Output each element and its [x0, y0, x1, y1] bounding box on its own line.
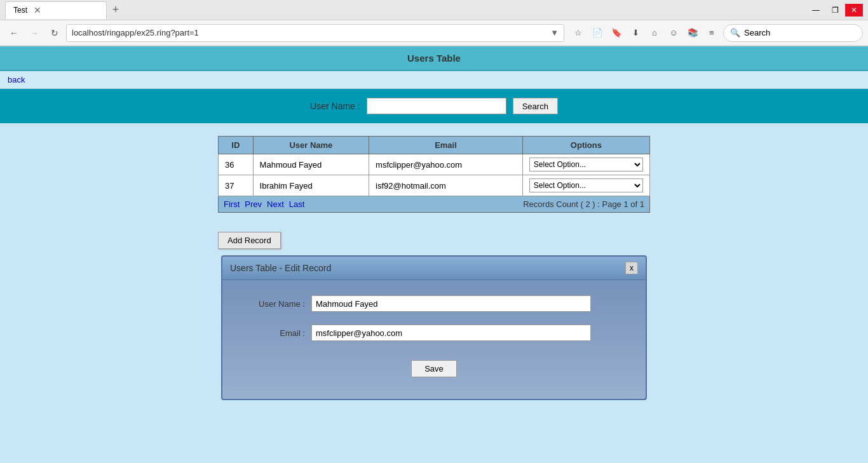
- new-tab-button[interactable]: +: [107, 1, 125, 19]
- next-page-link[interactable]: Next: [267, 199, 284, 209]
- menu-icon[interactable]: ≡: [703, 24, 721, 42]
- search-area: User Name : Search: [0, 89, 868, 123]
- add-record-area: Add Record: [218, 225, 650, 255]
- back-nav-button[interactable]: ←: [5, 24, 23, 42]
- username-row: User Name :: [241, 295, 627, 312]
- url-text: localhost/ringapp/ex25.ring?part=1: [72, 28, 548, 37]
- username-search-input[interactable]: [367, 98, 506, 114]
- back-area: back: [0, 71, 868, 89]
- reload-button[interactable]: ↻: [46, 24, 64, 42]
- col-username: User Name: [253, 137, 369, 154]
- save-button[interactable]: Save: [411, 360, 457, 377]
- bookmark-star-icon: ▼: [550, 28, 559, 37]
- bookmark-icon[interactable]: ☆: [569, 24, 587, 42]
- pocket-icon[interactable]: 🔖: [607, 24, 625, 42]
- page-header: Users Table: [0, 46, 868, 71]
- back-link[interactable]: back: [8, 75, 25, 84]
- download-icon[interactable]: ⬇: [627, 24, 644, 42]
- save-row: Save: [241, 354, 627, 384]
- cell-username-2: Ibrahim Fayed: [253, 175, 369, 196]
- browser-toolbar-icons: ☆ 📄 🔖 ⬇ ⌂ ☺ 📚 ≡: [569, 24, 721, 42]
- page-content: Users Table back User Name : Search ID U…: [0, 46, 868, 463]
- col-email: Email: [369, 137, 523, 154]
- cell-username-1: Mahmoud Fayed: [253, 154, 369, 175]
- email-row: Email :: [241, 325, 627, 341]
- tab-close-icon[interactable]: ✕: [32, 5, 43, 15]
- users-table: ID User Name Email Options 36 Mahmoud Fa…: [218, 136, 650, 196]
- col-id: ID: [219, 137, 254, 154]
- pagination-row: First Prev Next Last Records Count ( 2 )…: [218, 196, 650, 213]
- dialog-overlay: Users Table - Edit Record x User Name : …: [218, 255, 650, 400]
- options-select-1[interactable]: Select Option...: [529, 158, 643, 171]
- last-page-link[interactable]: Last: [289, 199, 305, 209]
- home-icon[interactable]: ⌂: [646, 24, 663, 42]
- restore-button[interactable]: ❐: [826, 4, 844, 17]
- browser-tab[interactable]: Test ✕: [5, 1, 107, 19]
- dialog-body: User Name : Email : Save: [222, 280, 646, 399]
- table-header-row: ID User Name Email Options: [219, 137, 650, 154]
- table-row: 36 Mahmoud Fayed msfclipper@yahoo.com Se…: [219, 154, 650, 175]
- edit-email-label: Email :: [241, 328, 305, 338]
- nav-bar: ← → ↻ localhost/ringapp/ex25.ring?part=1…: [0, 20, 868, 46]
- page-title: Users Table: [407, 53, 461, 64]
- edit-username-input[interactable]: [311, 295, 591, 312]
- window-controls: — ❐ ✕: [807, 4, 863, 17]
- search-button[interactable]: Search: [513, 98, 558, 114]
- cell-email-1: msfclipper@yahoo.com: [369, 154, 523, 175]
- title-bar: Test ✕ + — ❐ ✕: [0, 0, 868, 20]
- records-info: Records Count ( 2 ) : Page 1 of 1: [523, 199, 644, 209]
- dialog-close-button[interactable]: x: [625, 262, 638, 274]
- browser-search-bar[interactable]: 🔍 Search: [723, 24, 863, 42]
- edit-username-label: User Name :: [241, 299, 305, 309]
- library-icon[interactable]: 📚: [684, 24, 702, 42]
- table-row: 37 Ibrahim Fayed isf92@hotmail.com Selec…: [219, 175, 650, 196]
- dialog-title: Users Table - Edit Record: [230, 263, 331, 273]
- url-bar[interactable]: localhost/ringapp/ex25.ring?part=1 ▼: [66, 24, 564, 42]
- profile-icon[interactable]: ☺: [665, 24, 682, 42]
- forward-nav-button[interactable]: →: [25, 24, 43, 42]
- browser-chrome: Test ✕ + — ❐ ✕ ← → ↻ localhost/ringapp/e…: [0, 0, 868, 46]
- options-select-2[interactable]: Select Option...: [529, 178, 643, 192]
- tab-title: Test: [13, 6, 27, 15]
- reader-icon[interactable]: 📄: [588, 24, 606, 42]
- first-page-link[interactable]: First: [224, 199, 240, 209]
- close-button[interactable]: ✕: [845, 4, 863, 17]
- edit-record-dialog: Users Table - Edit Record x User Name : …: [221, 255, 647, 400]
- col-options: Options: [522, 137, 649, 154]
- add-record-button[interactable]: Add Record: [218, 232, 281, 249]
- cell-options-1[interactable]: Select Option...: [522, 154, 649, 175]
- cell-options-2[interactable]: Select Option...: [522, 175, 649, 196]
- pagination-links: First Prev Next Last: [224, 199, 304, 209]
- dialog-header: Users Table - Edit Record x: [222, 257, 646, 280]
- prev-page-link[interactable]: Prev: [245, 199, 262, 209]
- search-icon: 🔍: [730, 28, 740, 37]
- minimize-button[interactable]: —: [807, 4, 825, 17]
- username-search-label: User Name :: [310, 101, 360, 111]
- url-icons: ▼: [550, 28, 559, 37]
- edit-email-input[interactable]: [311, 325, 591, 341]
- search-placeholder: Search: [744, 28, 770, 37]
- cell-id-1: 36: [219, 154, 254, 175]
- table-container: ID User Name Email Options 36 Mahmoud Fa…: [218, 136, 650, 213]
- cell-email-2: isf92@hotmail.com: [369, 175, 523, 196]
- cell-id-2: 37: [219, 175, 254, 196]
